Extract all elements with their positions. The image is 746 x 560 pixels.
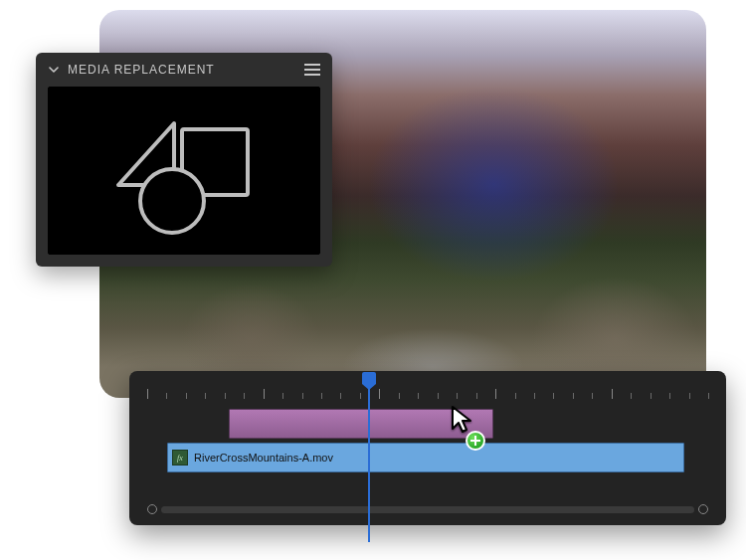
panel-header: MEDIA REPLACEMENT bbox=[48, 63, 320, 77]
media-replacement-panel: MEDIA REPLACEMENT bbox=[36, 53, 332, 267]
ruler-tick bbox=[651, 393, 652, 399]
clip-name-label: RiverCrossMountains-A.mov bbox=[194, 452, 333, 464]
ruler-tick bbox=[708, 393, 709, 399]
placeholder-shapes-icon bbox=[94, 101, 274, 241]
ruler-tick bbox=[205, 393, 206, 399]
ruler-tick bbox=[515, 393, 516, 399]
ruler-tick bbox=[573, 393, 574, 399]
panel-menu-icon[interactable] bbox=[304, 64, 320, 76]
ruler-tick bbox=[264, 389, 265, 399]
ruler-tick bbox=[495, 389, 496, 399]
media-placeholder-preview[interactable] bbox=[48, 87, 320, 255]
ruler-tick bbox=[166, 393, 167, 399]
timeline-ruler[interactable] bbox=[147, 379, 708, 405]
scroll-track[interactable] bbox=[161, 506, 694, 513]
playhead[interactable] bbox=[368, 378, 370, 542]
chevron-down-icon[interactable] bbox=[48, 64, 60, 76]
ruler-tick bbox=[534, 393, 535, 399]
ruler-tick bbox=[669, 393, 670, 399]
clip-v2[interactable]: fx RiverCrossMountains-A.mov bbox=[167, 443, 684, 472]
timeline-tracks[interactable]: fx RiverCrossMountains-A.mov bbox=[147, 409, 708, 490]
ruler-tick bbox=[321, 393, 322, 399]
fx-badge-icon[interactable]: fx bbox=[172, 450, 188, 466]
ruler-tick bbox=[225, 393, 226, 399]
ruler-tick bbox=[282, 393, 283, 399]
ruler-tick bbox=[592, 393, 593, 399]
svg-point-1 bbox=[140, 169, 204, 233]
ruler-tick bbox=[553, 393, 554, 399]
ruler-tick bbox=[379, 389, 380, 399]
ruler-tick bbox=[476, 393, 477, 399]
playhead-handle[interactable] bbox=[362, 372, 376, 384]
ruler-tick bbox=[360, 393, 361, 399]
ruler-tick bbox=[186, 393, 187, 399]
ruler-tick bbox=[438, 393, 439, 399]
zoom-handle-left[interactable] bbox=[147, 504, 157, 514]
ruler-tick bbox=[612, 389, 613, 399]
timeline-panel: fx RiverCrossMountains-A.mov bbox=[129, 371, 726, 525]
ruler-tick bbox=[244, 393, 245, 399]
ruler-tick bbox=[457, 393, 458, 399]
ruler-tick bbox=[418, 393, 419, 399]
add-plus-icon bbox=[466, 431, 485, 451]
ruler-tick bbox=[399, 393, 400, 399]
ruler-tick bbox=[147, 389, 148, 399]
ruler-tick bbox=[302, 393, 303, 399]
panel-title: MEDIA REPLACEMENT bbox=[68, 63, 296, 77]
timeline-scroll-zoom[interactable] bbox=[147, 503, 708, 515]
ruler-tick bbox=[631, 393, 632, 399]
ruler-tick bbox=[340, 393, 341, 399]
ruler-tick bbox=[689, 393, 690, 399]
zoom-handle-right[interactable] bbox=[698, 504, 708, 514]
